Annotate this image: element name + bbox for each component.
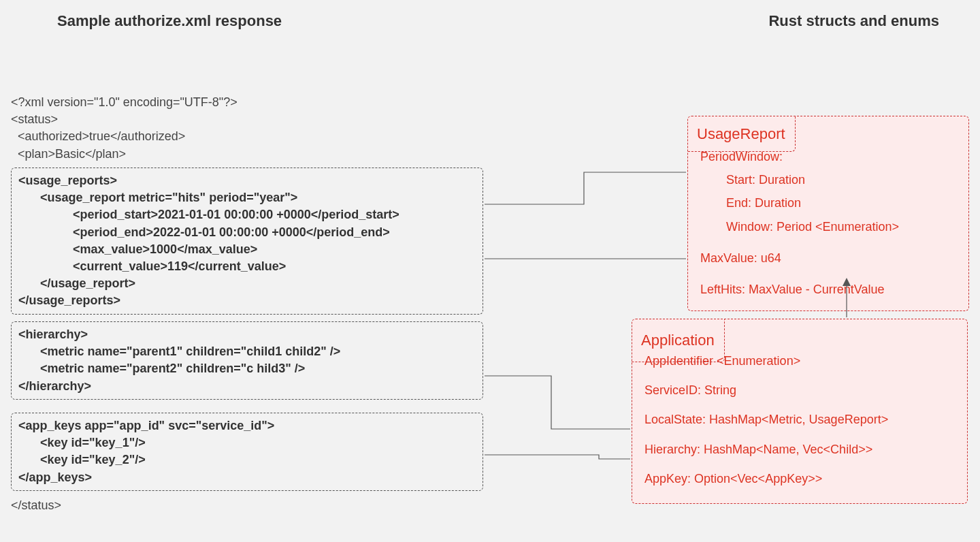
heading-right: Rust structs and enums [768,12,939,30]
hierarchy-close: </hierarchy> [18,378,476,395]
ur-max-value: MaxValue: u64 [700,246,956,270]
xml-usage-reports-block: <usage_reports> <usage_report metric="hi… [11,168,483,315]
app-hierarchy: Hierarchy: HashMap<Name, Vec<Child>> [644,435,955,464]
xml-plan: <plan>Basic</plan> [11,146,487,163]
hierarchy-metric2: <metric name="parent2" children="c hild3… [18,360,476,377]
xml-authorized: <authorized>true</authorized> [11,128,487,145]
current-value: <current_value>119</current_value> [18,258,476,275]
xml-declaration: <?xml version="1.0" encoding="UTF-8"?> [11,94,487,111]
usage-report-close: </usage_report> [18,275,476,292]
app-key: AppKey: Option<Vec<AppKey>> [644,464,955,494]
period-start: <period_start>2021-01-01 00:00:00 +0000<… [18,206,476,223]
app-local-state: LocalState: HashMap<Metric, UsageReport> [644,405,955,434]
period-end: <period_end>2022-01-01 00:00:00 +0000</p… [18,224,476,241]
ur-end: End: Duration [700,191,956,214]
hierarchy-open: <hierarchy> [18,326,476,343]
xml-hierarchy-block: <hierarchy> <metric name="parent1" child… [11,321,483,400]
struct-application: Application AppIdentifier <Enumeration> … [632,319,968,504]
xml-appkeys-block: <app_keys app="app_id" svc="service_id">… [11,413,483,491]
hierarchy-metric1: <metric name="parent1" children="child1 … [18,343,476,360]
usage-reports-open: <usage_reports> [18,172,476,189]
ur-start: Start: Duration [700,168,956,191]
app-service-id: ServiceID: String [644,376,955,405]
struct-application-title: Application [632,319,725,362]
struct-usage-report-title: UsageReport [687,116,796,152]
struct-usage-report: UsageReport PeriodWindow: Start: Duratio… [687,116,969,311]
usage-report-open: <usage_report metric="hits" period="year… [18,189,476,206]
appkeys-key2: <key id="key_2"/> [18,451,476,468]
appkeys-open: <app_keys app="app_id" svc="service_id"> [18,417,476,434]
heading-left: Sample authorize.xml response [57,12,282,30]
xml-status-open: <status> [11,111,487,128]
appkeys-key1: <key id="key_1"/> [18,434,476,451]
usage-reports-close: </usage_reports> [18,292,476,309]
ur-window: Window: Period <Enumeration> [700,215,956,238]
appkeys-close: </app_keys> [18,469,476,486]
ur-left-hits: LeftHits: MaxValue - CurrentValue [700,278,956,301]
max-value: <max_value>1000</max_value> [18,241,476,258]
xml-status-close: </status> [11,497,61,514]
